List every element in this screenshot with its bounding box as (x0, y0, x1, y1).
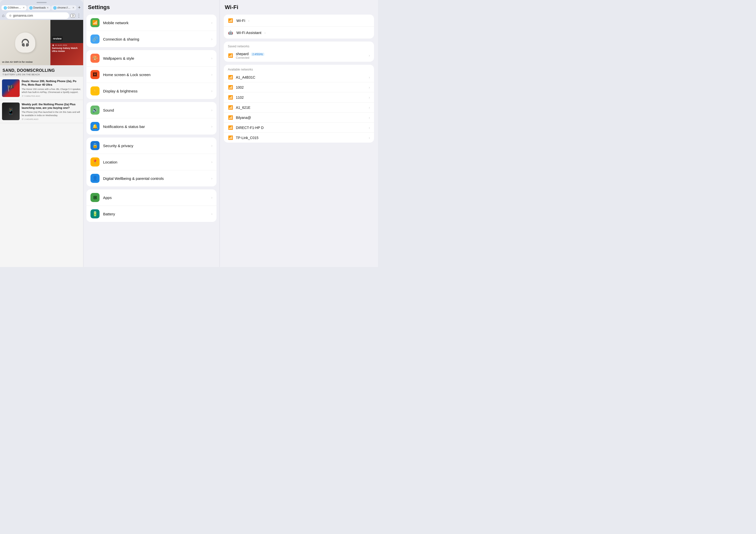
wifi-chevron-net-4: › (369, 115, 370, 120)
sound-label: Sound (103, 108, 114, 112)
notifications-label: Notifications & status bar (103, 124, 145, 129)
article-desc-1: The Phone (2a) Plus launched in the UK t… (22, 111, 81, 117)
headline-main: SAND, DOOMSCROLLING (3, 68, 81, 73)
tab-gsmarena[interactable]: 🌐 GSMArena.com ✕ (2, 5, 27, 10)
wifi-chevron-net-5: › (369, 126, 370, 130)
wallpapers-label: Wallpapers & style (103, 56, 134, 61)
wifi-saved-info-shepard: shepard 2.4/5GHz Connected (236, 52, 366, 59)
hero-article-title: Samsung Galaxy Watch Ultra review (52, 47, 82, 53)
settings-title: Settings (87, 4, 216, 14)
settings-item-apps[interactable]: ⊞ Apps › (87, 190, 216, 206)
settings-item-wallpapers[interactable]: 🎨 Wallpapers & style › (87, 50, 216, 66)
settings-item-mobile-network[interactable]: 📶 Mobile network › (87, 14, 216, 31)
wifi-info-0: A1_A4B31C (236, 75, 366, 79)
settings-item-battery[interactable]: 🔋 Battery › (87, 206, 216, 222)
tab-downloads[interactable]: 🌐 Downloads ✕ (27, 5, 51, 10)
wifi-name-3: A1_621E (236, 106, 366, 110)
wifi-top-group: 📶 Wi-Fi › 🤖 Wi-Fi Assistant › (224, 14, 374, 38)
wifi-name-4: Bilyana@ (236, 115, 366, 120)
article-thumb-0: 🏴 (2, 79, 20, 97)
wifi-item-assistant[interactable]: 🤖 Wi-Fi Assistant › (224, 27, 374, 38)
wifi-network-0[interactable]: 📶 A1_A4B31C › (224, 72, 374, 82)
settings-group-0: 📶 Mobile network › 🔗 Connection & sharin… (87, 14, 216, 47)
wifi-network-6[interactable]: 📶 TP-Link_C015 › (224, 133, 374, 142)
wifi-freq-badge-shepard: 2.4/5GHz (251, 53, 264, 56)
settings-group-2: 🔊 Sound › 🔔 Notifications & status bar › (87, 102, 216, 135)
address-text: gsmarena.com (13, 14, 66, 17)
wifi-network-5[interactable]: 📶 DIRECT-F1-HP D › (224, 123, 374, 133)
wifi-icon-1: 📶 (228, 85, 233, 90)
article-title-0: Deals: Honor 200, Nothing Phone (2a), Po… (22, 79, 81, 87)
notifications-chevron: › (211, 124, 212, 128)
tab-close-dino[interactable]: ✕ (72, 6, 74, 9)
hero-right-bottom: ⏰ 02 AUG 2024 Samsung Galaxy Watch Ultra… (50, 43, 83, 65)
mobile-network-icon: 📶 (91, 18, 99, 27)
wifi-chevron-0: › (248, 19, 250, 23)
available-networks-header: Available networks (224, 65, 374, 72)
tab-label-dino: chrome://dino/ (57, 6, 71, 9)
wifi-saved-shepard[interactable]: 📶 shepard 2.4/5GHz Connected › (224, 49, 374, 62)
wifi-item-wifi[interactable]: 📶 Wi-Fi › (224, 14, 374, 27)
wifi-item-label-assistant: Wi-Fi Assistant (236, 31, 261, 35)
tab-add-button[interactable]: + (77, 5, 82, 10)
wifi-icon-3: 📶 (228, 105, 233, 110)
wifi-network-4[interactable]: 📶 Bilyana@ › (224, 113, 374, 123)
settings-item-location[interactable]: 📍 Location › (87, 154, 216, 170)
tab-close-downloads[interactable]: ✕ (47, 6, 49, 9)
wifi-name-1: 1002 (236, 86, 366, 89)
wifi-info-6: TP-Link_C015 (236, 136, 366, 140)
wifi-network-1[interactable]: 📶 1002 › (224, 82, 374, 92)
earbuds-image: 🎧 (15, 33, 35, 53)
settings-item-security[interactable]: 🔒 Security & privacy › (87, 138, 216, 154)
article-item-0[interactable]: 🏴 Deals: Honor 200, Nothing Phone (2a), … (0, 77, 83, 100)
wifi-chevron-net-6: › (369, 136, 370, 140)
security-label: Security & privacy (103, 143, 133, 148)
wifi-network-3[interactable]: 📶 A1_621E › (224, 103, 374, 113)
review-badge: review (52, 37, 63, 40)
wifi-info-3: A1_621E (236, 106, 366, 110)
wifi-info-4: Bilyana@ (236, 115, 366, 120)
wifi-icon-4: 📶 (228, 115, 233, 120)
battery-label: Battery (103, 212, 115, 216)
address-bar-row: ⌂ ⚙ gsmarena.com 3 ⋮ (0, 11, 83, 20)
home-screen-icon: 🖼 (91, 70, 99, 79)
hero-area: 🎧 ve Zen Air SXFI in for review review ⏰… (0, 20, 83, 65)
wifi-saved-group: Saved networks 📶 shepard 2.4/5GHz Connec… (224, 41, 374, 62)
settings-item-home-screen[interactable]: 🖼 Home screen & Lock screen › (87, 66, 216, 83)
big-headline: SAND, DOOMSCROLLING T BATTERY LIFE ON TH… (0, 65, 83, 77)
wifi-saved-chevron-shepard: › (369, 53, 370, 58)
wifi-panel: Wi-Fi 📶 Wi-Fi › 🤖 Wi-Fi Assistant › Save… (220, 0, 378, 267)
settings-item-display[interactable]: ☀️ Display & brightness › (87, 83, 216, 99)
browser-panel: 🌐 GSMArena.com ✕ 🌐 Downloads ✕ 🌐 chrome:… (0, 0, 83, 267)
address-bar[interactable]: ⚙ gsmarena.com (6, 13, 69, 19)
settings-item-notifications[interactable]: 🔔 Notifications & status bar › (87, 118, 216, 135)
article-item-1[interactable]: 📱 Weekly poll: the Nothing Phone (2a) Pl… (0, 100, 83, 123)
wifi-saved-name-shepard: shepard 2.4/5GHz (236, 52, 264, 56)
tab-close-gsmarena[interactable]: ✕ (23, 6, 25, 9)
wifi-name-6: TP-Link_C015 (236, 136, 366, 140)
drag-handle[interactable] (37, 2, 47, 3)
hero-right: review ⏰ 02 AUG 2024 Samsung Galaxy Watc… (50, 20, 83, 65)
wifi-network-2[interactable]: 📶 1102 › (224, 92, 374, 103)
wifi-name-2: 1102 (236, 95, 366, 99)
home-screen-label: Home screen & Lock screen (103, 72, 150, 77)
tab-dino[interactable]: 🌐 chrome://dino/ ✕ (51, 5, 76, 10)
article-desc-0: The Honor 200 comes with a free JBL Char… (22, 88, 81, 94)
wifi-title: Wi-Fi (224, 4, 374, 14)
tab-favicon-dino: 🌐 (53, 6, 56, 9)
more-menu-button[interactable]: ⋮ (77, 13, 81, 18)
settings-item-digital-wellbeing[interactable]: 👤 Digital Wellbeing & parental controls … (87, 170, 216, 187)
clock-icon-1: ⏱ (22, 118, 24, 120)
home-button[interactable]: ⌂ (2, 13, 5, 18)
wifi-icon-0: 📶 (228, 75, 233, 80)
settings-item-connection-sharing[interactable]: 🔗 Connection & sharing › (87, 31, 216, 47)
apps-chevron: › (211, 195, 212, 199)
connection-sharing-label: Connection & sharing (103, 37, 139, 41)
article-time-0: ⏱ 5 MINUTES AGO (22, 95, 81, 97)
headline-sub: T BATTERY LIFE ON THE BEACH (3, 73, 81, 76)
settings-item-sound[interactable]: 🔊 Sound › (87, 102, 216, 118)
connection-sharing-chevron: › (211, 37, 212, 41)
tab-count-badge[interactable]: 3 (70, 14, 75, 18)
wifi-info-5: DIRECT-F1-HP D (236, 126, 366, 130)
clock-icon-0: ⏱ (22, 95, 24, 97)
